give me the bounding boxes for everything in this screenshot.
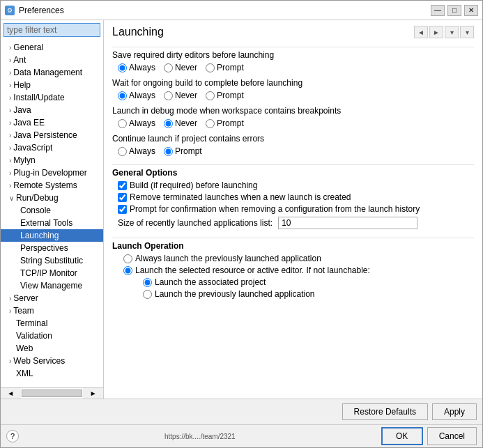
- general-options-section: General Options Build (if required) befo…: [112, 168, 474, 229]
- apply-button[interactable]: Apply: [432, 403, 477, 420]
- window-title: Preferences: [19, 6, 431, 15]
- prev-launched-radio[interactable]: [143, 290, 152, 299]
- debug-mode-always-radio[interactable]: [118, 119, 127, 128]
- build-before-option[interactable]: Build (if required) before launching: [118, 180, 474, 190]
- continue-errors-always-radio[interactable]: [118, 147, 127, 156]
- wait-build-always-radio[interactable]: [118, 91, 127, 100]
- wait-build-prompt-option[interactable]: Prompt: [206, 91, 244, 100]
- right-header: Launching ◄ ► ▾ ▾: [112, 26, 474, 38]
- prompt-confirmation-checkbox[interactable]: [118, 205, 127, 214]
- wait-build-section: Wait for ongoing build to complete befor…: [112, 78, 474, 100]
- minimize-button[interactable]: —: [431, 5, 445, 16]
- cancel-button[interactable]: Cancel: [427, 427, 477, 445]
- footer-actions: OK Cancel: [381, 427, 477, 445]
- tree-item-view-management[interactable]: View Manageme: [1, 279, 103, 292]
- always-prev-radio[interactable]: [123, 254, 132, 263]
- nav-dropdown1-button[interactable]: ▾: [445, 26, 459, 38]
- debug-mode-prompt-radio[interactable]: [206, 119, 215, 128]
- tree-item-console[interactable]: Console: [1, 204, 103, 217]
- tree-item-external-tools[interactable]: External Tools: [1, 217, 103, 229]
- main-content: ›General ›Ant ›Data Management ›Help ›In…: [1, 20, 482, 399]
- prompt-confirmation-option[interactable]: Prompt for confirmation when removing a …: [118, 204, 474, 214]
- build-before-checkbox[interactable]: [118, 181, 127, 190]
- continue-errors-always-option[interactable]: Always: [118, 146, 155, 156]
- tree-item-mylyn[interactable]: ›Mylyn: [1, 154, 103, 167]
- wait-build-prompt-radio[interactable]: [206, 91, 215, 100]
- ok-button[interactable]: OK: [381, 427, 423, 445]
- continue-errors-prompt-radio[interactable]: [164, 147, 173, 156]
- tree-scroll-bar: ◄ ►: [1, 387, 103, 399]
- save-dirty-section: Save required dirty editors before launc…: [112, 50, 474, 72]
- tree-area: ›General ›Ant ›Data Management ›Help ›In…: [1, 40, 103, 387]
- save-dirty-prompt-radio[interactable]: [206, 63, 215, 72]
- window-controls: — □ ✕: [431, 5, 478, 16]
- tree-item-data-management[interactable]: ›Data Management: [1, 66, 103, 79]
- save-dirty-always-radio[interactable]: [118, 63, 127, 72]
- tree-item-java[interactable]: ›Java: [1, 104, 103, 116]
- wait-build-never-radio[interactable]: [164, 91, 173, 100]
- restore-defaults-button[interactable]: Restore Defaults: [342, 403, 428, 420]
- tree-item-plug-in-dev[interactable]: ›Plug-in Developmer: [1, 167, 103, 179]
- tree-item-web[interactable]: Web: [1, 342, 103, 355]
- debug-mode-prompt-option[interactable]: Prompt: [206, 118, 244, 128]
- tree-item-java-ee[interactable]: ›Java EE: [1, 116, 103, 129]
- wait-build-never-option[interactable]: Never: [164, 91, 197, 100]
- nav-forward-button[interactable]: ►: [429, 26, 443, 38]
- nav-back-button[interactable]: ◄: [414, 26, 428, 38]
- continue-errors-label: Continue launch if project contains erro…: [112, 134, 474, 144]
- tree-item-server[interactable]: ›Server: [1, 292, 103, 304]
- remove-terminated-option[interactable]: Remove terminated launches when a new la…: [118, 192, 474, 202]
- nav-dropdown2-button[interactable]: ▾: [460, 26, 474, 38]
- tree-item-xml[interactable]: XML: [1, 367, 103, 380]
- save-dirty-radio-group: Always Never Prompt: [118, 63, 474, 72]
- scroll-left-button[interactable]: ◄: [1, 388, 21, 399]
- close-button[interactable]: ✕: [464, 5, 478, 16]
- save-dirty-never-option[interactable]: Never: [164, 63, 197, 72]
- section-separator-2: [112, 238, 474, 238]
- remove-terminated-checkbox[interactable]: [118, 193, 127, 202]
- maximize-button[interactable]: □: [447, 5, 461, 16]
- save-dirty-prompt-option[interactable]: Prompt: [206, 63, 244, 72]
- tree-item-terminal[interactable]: Terminal: [1, 317, 103, 330]
- tree-item-string-substitution[interactable]: String Substitutic: [1, 254, 103, 267]
- scroll-right-button[interactable]: ►: [83, 388, 103, 399]
- tree-item-perspectives[interactable]: Perspectives: [1, 242, 103, 254]
- save-dirty-never-radio[interactable]: [164, 63, 173, 72]
- general-options-label: General Options: [112, 168, 474, 178]
- tree-item-launching[interactable]: Launching: [1, 229, 103, 242]
- tree-item-install-update[interactable]: ›Install/Update: [1, 91, 103, 104]
- left-panel: ›General ›Ant ›Data Management ›Help ›In…: [1, 20, 104, 399]
- preferences-window: ⚙ Preferences — □ ✕ ›General ›Ant ›Data …: [0, 0, 483, 448]
- right-panel: Launching ◄ ► ▾ ▾ Save required dirty ed…: [104, 20, 482, 399]
- window-icon: ⚙: [5, 6, 15, 15]
- title-bar: ⚙ Preferences — □ ✕: [1, 1, 482, 20]
- tree-item-team[interactable]: ›Team: [1, 304, 103, 317]
- debug-mode-never-radio[interactable]: [164, 119, 173, 128]
- sub-radio-group: Launch the associated project Launch the…: [143, 277, 474, 299]
- nav-buttons: ◄ ► ▾ ▾: [414, 26, 474, 38]
- debug-mode-always-option[interactable]: Always: [118, 118, 155, 128]
- continue-errors-section: Continue launch if project contains erro…: [112, 134, 474, 156]
- save-dirty-always-option[interactable]: Always: [118, 63, 155, 72]
- help-button[interactable]: ?: [6, 430, 19, 442]
- debug-mode-radio-group: Always Never Prompt: [118, 118, 474, 128]
- assoc-project-radio[interactable]: [143, 278, 152, 287]
- tree-item-javascript[interactable]: ›JavaScript: [1, 141, 103, 154]
- tree-item-remote-systems[interactable]: ›Remote Systems: [1, 179, 103, 192]
- tree-item-run-debug[interactable]: ∨Run/Debug: [1, 192, 103, 204]
- size-input[interactable]: [278, 217, 417, 229]
- tree-item-web-services[interactable]: ›Web Services: [1, 355, 103, 367]
- continue-errors-prompt-option[interactable]: Prompt: [164, 146, 202, 156]
- header-separator: [112, 47, 474, 47]
- tree-item-validation[interactable]: Validation: [1, 330, 103, 342]
- tree-item-java-persistence[interactable]: ›Java Persistence: [1, 129, 103, 141]
- tree-item-tcpip-monitor[interactable]: TCP/IP Monitor: [1, 267, 103, 279]
- tree-item-ant[interactable]: ›Ant: [1, 54, 103, 66]
- tree-item-help[interactable]: ›Help: [1, 79, 103, 91]
- debug-mode-never-option[interactable]: Never: [164, 118, 197, 128]
- tree-item-general[interactable]: ›General: [1, 41, 103, 54]
- filter-input[interactable]: [3, 23, 100, 37]
- selected-resource-radio[interactable]: [123, 266, 132, 275]
- wait-build-always-option[interactable]: Always: [118, 91, 155, 100]
- wait-build-label: Wait for ongoing build to complete befor…: [112, 78, 474, 88]
